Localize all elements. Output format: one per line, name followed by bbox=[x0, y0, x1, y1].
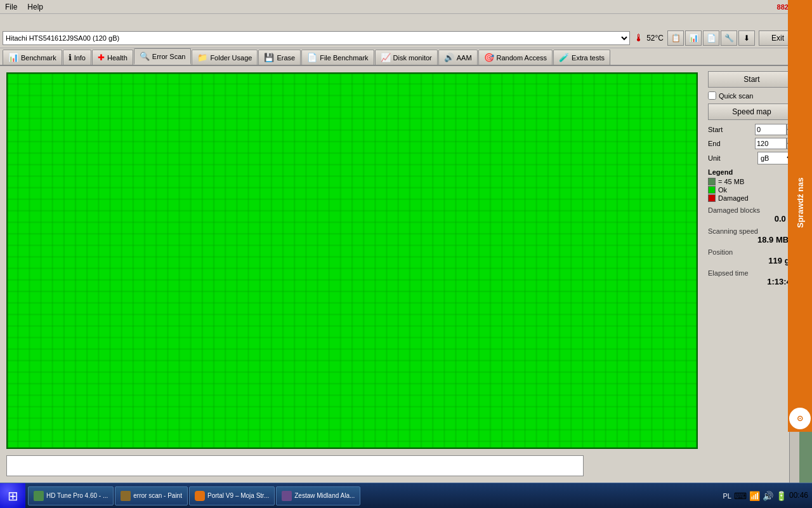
position-value: 119 gB bbox=[708, 256, 796, 265]
tab-random-access[interactable]: 🎯 Random Access bbox=[478, 50, 553, 65]
promo-panel[interactable]: Sprawdź nas ⊙ bbox=[788, 0, 812, 432]
quick-scan-row: Quick scan bbox=[708, 91, 796, 100]
copy-button[interactable]: 📋 bbox=[667, 30, 684, 46]
download-button[interactable]: ⬇ bbox=[738, 30, 755, 46]
temperature-value: 52°C bbox=[646, 34, 664, 43]
tab-folder-usage[interactable]: 📁 Folder Usage bbox=[192, 50, 258, 65]
right-panel: Start Quick scan Speed map Start ▲ ▼ bbox=[704, 66, 799, 483]
tab-random-access-label: Random Access bbox=[497, 54, 547, 62]
unit-label: Unit bbox=[708, 154, 721, 162]
legend-ok-label: Ok bbox=[718, 186, 727, 194]
quick-scan-label: Quick scan bbox=[719, 92, 753, 100]
taskbar-item-2[interactable]: Portal V9 – Moja Str... bbox=[189, 486, 275, 505]
benchmark-icon: 📊 bbox=[8, 53, 18, 62]
thermometer-icon: 🌡 bbox=[634, 32, 644, 44]
tab-extra-tests[interactable]: 🧪 Extra tests bbox=[553, 50, 610, 65]
taskbar-clock: 00:46 bbox=[789, 491, 808, 501]
promo-text: Sprawdź nas bbox=[796, 177, 805, 227]
legend-block-color bbox=[708, 178, 716, 185]
toolbar: 📋 📊 📄 🔧 ⬇ bbox=[667, 30, 755, 46]
tab-info[interactable]: ℹ Info bbox=[63, 50, 91, 65]
promo-logo-icon: ⊙ bbox=[797, 414, 803, 423]
network-icon: 📶 bbox=[749, 491, 760, 501]
elapsed-time-label: Elapsed time bbox=[708, 269, 796, 277]
paint-taskbar-icon bbox=[121, 491, 131, 501]
end-input[interactable] bbox=[755, 138, 787, 149]
random-access-icon: 🎯 bbox=[484, 53, 494, 62]
promo-logo-circle: ⊙ bbox=[789, 408, 811, 429]
temperature-display: 🌡 52°C bbox=[634, 32, 664, 44]
start-label: Start bbox=[708, 126, 723, 133]
file-bench-icon: 📄 bbox=[307, 53, 317, 62]
menu-bar: File Help 8821 ● o2 bbox=[0, 0, 812, 14]
start-button[interactable]: Start bbox=[708, 71, 796, 88]
end-label: End bbox=[708, 140, 721, 147]
position-section: Position 119 gB bbox=[708, 248, 796, 265]
portal-taskbar-icon bbox=[195, 491, 205, 501]
scan-grid bbox=[6, 72, 698, 449]
error-scan-icon: 🔍 bbox=[140, 51, 150, 61]
taskbar-item-1[interactable]: error scan - Paint bbox=[115, 486, 188, 505]
tools-button[interactable]: 🔧 bbox=[721, 30, 737, 46]
taskbar-items: HD Tune Pro 4.60 - ... error scan - Pain… bbox=[25, 486, 719, 505]
tab-erase-label: Erase bbox=[277, 54, 295, 62]
extra-tests-icon: 🧪 bbox=[559, 53, 569, 62]
folder-icon: 📁 bbox=[197, 53, 207, 62]
quick-scan-checkbox[interactable] bbox=[708, 91, 716, 100]
position-label: Position bbox=[708, 248, 796, 256]
speed-map-button[interactable]: Speed map bbox=[708, 104, 796, 120]
tray-icons: PL bbox=[723, 492, 731, 500]
tab-benchmark[interactable]: 📊 Benchmark bbox=[3, 50, 62, 65]
taskbar-item-0-label: HD Tune Pro 4.60 - ... bbox=[46, 492, 108, 499]
tab-error-scan[interactable]: 🔍 Error Scan bbox=[134, 48, 192, 65]
unit-row: Unit gB MB Sectors bbox=[708, 152, 796, 164]
taskbar-item-3[interactable]: Zestaw Midland Ala... bbox=[276, 486, 360, 505]
legend-title: Legend bbox=[708, 168, 796, 176]
start-input[interactable] bbox=[755, 124, 787, 135]
keyboard-icon: ⌨ bbox=[734, 491, 747, 501]
legend-damaged-label: Damaged bbox=[718, 194, 749, 202]
tab-folder-label: Folder Usage bbox=[210, 54, 252, 62]
damaged-blocks-label: Damaged blocks bbox=[708, 206, 796, 214]
report-button[interactable]: 📄 bbox=[703, 30, 719, 46]
tab-disk-monitor-label: Disk monitor bbox=[393, 54, 432, 62]
hdtune-taskbar-icon bbox=[34, 491, 44, 501]
taskbar-item-0[interactable]: HD Tune Pro 4.60 - ... bbox=[28, 486, 114, 505]
drive-bar: Hitachi HTS541612J9SA00 (120 gB) 🌡 52°C … bbox=[0, 28, 799, 48]
tab-health-label: Health bbox=[107, 54, 128, 62]
midland-taskbar-icon bbox=[282, 491, 292, 501]
taskbar-item-2-label: Portal V9 – Moja Str... bbox=[207, 492, 269, 499]
system-tray: PL ⌨ 📶 🔊 🔋 00:46 bbox=[719, 483, 813, 508]
tab-disk-monitor[interactable]: 📈 Disk monitor bbox=[375, 50, 438, 65]
tab-health[interactable]: ✚ Health bbox=[92, 50, 133, 65]
legend-ok-item: Ok bbox=[708, 186, 796, 194]
tab-error-scan-label: Error Scan bbox=[152, 53, 186, 60]
start-button[interactable]: ⊞ bbox=[0, 483, 25, 509]
tab-aam-label: AAM bbox=[457, 54, 472, 62]
scan-area bbox=[0, 66, 704, 483]
legend-ok-color bbox=[708, 186, 716, 194]
taskbar: ⊞ HD Tune Pro 4.60 - ... error scan - Pa… bbox=[0, 483, 812, 508]
tab-file-bench-label: File Benchmark bbox=[320, 54, 368, 62]
legend-damaged-item: Damaged bbox=[708, 194, 796, 202]
menu-file[interactable]: File bbox=[0, 1, 22, 13]
info-icon: ℹ bbox=[69, 53, 72, 62]
damaged-blocks-value: 0.0 % bbox=[708, 214, 796, 224]
menu-help[interactable]: Help bbox=[22, 1, 48, 13]
drive-select[interactable]: Hitachi HTS541612J9SA00 (120 gB) bbox=[3, 31, 630, 45]
tab-erase[interactable]: 💾 Erase bbox=[258, 50, 301, 65]
start-row: Start ▲ ▼ bbox=[708, 124, 796, 135]
scan-log-area[interactable] bbox=[6, 455, 584, 476]
elapsed-time-value: 1:13:44 bbox=[708, 277, 796, 286]
content-area: Start Quick scan Speed map Start ▲ ▼ bbox=[0, 66, 799, 483]
legend-block-label: = 45 MB bbox=[718, 178, 744, 185]
main-app-window: Hitachi HTS541612J9SA00 (120 gB) 🌡 52°C … bbox=[0, 14, 799, 483]
compare-button[interactable]: 📊 bbox=[685, 30, 702, 46]
health-icon: ✚ bbox=[98, 53, 105, 62]
tab-aam[interactable]: 🔊 AAM bbox=[438, 50, 478, 65]
erase-icon: 💾 bbox=[264, 53, 274, 62]
legend-section: Legend = 45 MB Ok Damaged bbox=[708, 168, 796, 203]
tabs-bar: 📊 Benchmark ℹ Info ✚ Health 🔍 Error Scan… bbox=[0, 48, 799, 66]
aam-icon: 🔊 bbox=[444, 53, 454, 62]
tab-file-benchmark[interactable]: 📄 File Benchmark bbox=[301, 50, 374, 65]
